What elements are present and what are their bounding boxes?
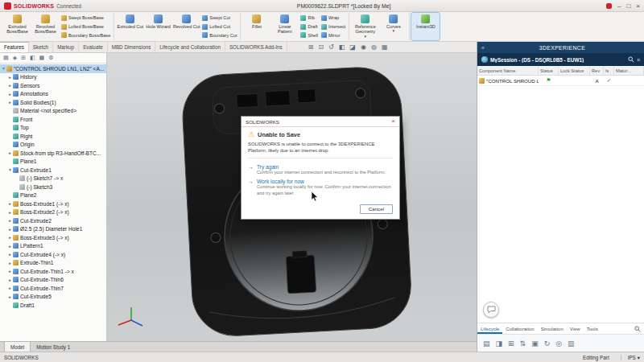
ribbon-button[interactable]: Swept Boss/Base	[61, 14, 110, 23]
tree-item[interactable]: (-) Sketch3	[0, 183, 106, 191]
column-header[interactable]: Lock Status	[559, 66, 590, 75]
tree-item[interactable]: Plane1	[0, 158, 106, 167]
ribbon-button[interactable]: Extruded Boss/Base	[3, 13, 31, 40]
expand-arrow-icon[interactable]: ▸	[7, 235, 13, 240]
tree-item[interactable]: ▸ Ø2.5 (2.5) Diameter Hole1	[0, 225, 106, 234]
configurationmanager-tab-icon[interactable]: ⊞	[21, 55, 26, 61]
propertymanager-tab-icon[interactable]: ◈	[13, 55, 17, 61]
tree-item[interactable]: ▸ Boss-Extrude3 (-> x)	[0, 233, 106, 242]
ribbon-tab[interactable]: MBD Dimensions	[108, 42, 156, 52]
edit-appearance-icon[interactable]: ◍	[371, 43, 377, 51]
tree-item[interactable]: ▸ Boss-Extrude2 (-> x)	[0, 208, 106, 217]
tree-item[interactable]: ▸ History	[0, 73, 106, 82]
expand-arrow-icon[interactable]: ▸	[7, 92, 13, 97]
column-header[interactable]: Matur...	[614, 66, 644, 75]
expand-arrow-icon[interactable]: ▸	[7, 294, 13, 299]
dialog-close-button[interactable]: ×	[391, 118, 395, 125]
try-again-option[interactable]: → Try again Confirm your internet connec…	[248, 164, 393, 176]
panel-tab[interactable]: Lifecycle	[477, 323, 502, 334]
tree-item[interactable]: ▸ Solid Bodies(1)	[0, 98, 106, 107]
column-header[interactable]: Status	[539, 66, 559, 75]
expand-arrow-icon[interactable]: ▸	[7, 210, 13, 215]
ribbon-button[interactable]: Lofted Boss/Base	[61, 23, 110, 31]
tree-item[interactable]: ▸ Annotations	[0, 90, 106, 99]
search-icon[interactable]	[628, 56, 634, 63]
tree-item[interactable]: ▸ LPattern1	[0, 242, 106, 251]
expand-arrow-icon[interactable]: ▸	[7, 269, 13, 274]
tree-item[interactable]: ▾ "CONTROL SHROUD LN1, LN2" <A...	[0, 64, 106, 73]
tree-item[interactable]: ▸ Boss-Extrude1 (-> x)	[0, 200, 106, 208]
change-maturity-icon[interactable]: ⇅	[520, 339, 526, 348]
units-selector[interactable]: IPS▾	[621, 355, 640, 360]
panel-search-icon[interactable]	[631, 323, 644, 334]
featuremanager-tab-icon[interactable]: ▤	[3, 55, 9, 61]
ribbon-button[interactable]: Swept Cut	[202, 14, 237, 23]
expand-arrow-icon[interactable]: ▾	[7, 167, 13, 172]
panel-tab[interactable]: Tools	[584, 323, 601, 334]
tree-item[interactable]: ▾ Cut-Extrude1	[0, 166, 106, 175]
expand-arrow-icon[interactable]: ▸	[7, 83, 13, 88]
ribbon-button[interactable]: Revolved Cut	[172, 13, 200, 40]
compass-icon[interactable]	[481, 56, 488, 63]
expand-arrow-icon[interactable]: ▸	[7, 261, 13, 265]
ribbon-button[interactable]: Boundary Boss/Base	[61, 31, 110, 39]
ribbon-button[interactable]: Shell	[300, 31, 317, 39]
expand-arrow-icon[interactable]: ▸	[7, 201, 13, 206]
tree-item[interactable]: ▸ Sensors	[0, 81, 106, 90]
expand-arrow-icon[interactable]: ▸	[7, 75, 13, 80]
ribbon-button[interactable]: Reference Geometry▼	[351, 13, 379, 40]
maximize-button[interactable]: □	[626, 2, 630, 10]
ribbon-button[interactable]: Extruded Cut	[116, 13, 144, 40]
reload-icon[interactable]: ↻	[544, 339, 551, 348]
minimize-button[interactable]: –	[617, 2, 621, 10]
tree-item[interactable]: Right	[0, 132, 106, 141]
component-row[interactable]: "CONTROL SHROUD LN1, LN2" ⚑ A ✓	[477, 76, 644, 86]
ribbon-button[interactable]: Intersect	[321, 23, 345, 31]
ribbon-button[interactable]: Draft	[300, 23, 317, 31]
ribbon-tab[interactable]: SOLIDWORKS Add-Ins	[225, 42, 287, 52]
ribbon-button[interactable]: Hole Wizard	[144, 13, 172, 40]
display-style-icon[interactable]: ◪	[349, 43, 356, 51]
ribbon-button[interactable]: Revolved Boss/Base	[31, 13, 60, 40]
tree-item[interactable]: ▸ Cut-Extrude2	[0, 216, 106, 225]
expand-arrow-icon[interactable]: ▸	[7, 244, 13, 249]
model-tab[interactable]: Model	[4, 342, 31, 352]
tree-item[interactable]: ▸ Cut-Extrude-Thin1 -> x	[0, 267, 106, 276]
cam-tab-icon[interactable]: ⚙	[48, 55, 53, 61]
previous-view-icon[interactable]: ↺	[328, 43, 334, 51]
tree-item[interactable]: Material <not specified>	[0, 107, 106, 116]
tree-item[interactable]: (-) Sketch7 -> x	[0, 175, 106, 183]
zoom-to-area-icon[interactable]: ⊡	[318, 43, 324, 51]
close-button[interactable]: ×	[636, 2, 640, 10]
ribbon-button[interactable]: Wrap	[321, 14, 345, 23]
expand-arrow-icon[interactable]: ▸	[7, 278, 13, 282]
ribbon-button[interactable]: Mirror	[321, 31, 345, 39]
hide-show-items-icon[interactable]: ◉	[361, 43, 366, 51]
ribbon-tab[interactable]: Lifecycle and Collaboration	[155, 42, 225, 52]
tree-item[interactable]: Draft1	[0, 301, 106, 310]
expand-arrow-icon[interactable]: ▸	[7, 286, 13, 290]
ribbon-button[interactable]: Fillet	[242, 13, 270, 40]
expand-arrow-icon[interactable]: ▸	[7, 150, 13, 155]
expand-arrow-icon[interactable]: ▸	[7, 227, 13, 232]
bookmark-icon[interactable]: ▥	[568, 339, 575, 348]
tree-item[interactable]: ▸ Cut-Extrude4 (-> x)	[0, 250, 106, 259]
column-header[interactable]: Is	[604, 66, 614, 75]
cancel-button[interactable]: Cancel	[360, 204, 393, 214]
menu-icon[interactable]: ≡	[637, 57, 640, 63]
ribbon-button[interactable]: Boundary Cut	[202, 31, 237, 39]
ribbon-tab[interactable]: Sketch	[29, 42, 53, 52]
ribbon-button[interactable]: Rib	[300, 14, 317, 23]
tree-item[interactable]: Top	[0, 124, 106, 133]
panel-tab[interactable]: Simulation	[538, 323, 567, 334]
tree-item[interactable]: Plane2	[0, 191, 106, 200]
tree-item[interactable]: ▸ Cut-Extrude-Thin7	[0, 284, 106, 293]
ribbon-button[interactable]: Linear Pattern	[270, 13, 299, 40]
column-header[interactable]: Component Name	[477, 66, 539, 75]
ribbon-tab[interactable]: Features	[0, 42, 29, 52]
column-header[interactable]: Rev	[590, 66, 604, 75]
panel-tab[interactable]: View	[567, 323, 584, 334]
displaymanager-tab-icon[interactable]: ▦	[39, 55, 45, 61]
model-tab[interactable]: Motion Study 1	[31, 342, 76, 352]
duplicate-icon[interactable]: ◨	[496, 339, 503, 348]
